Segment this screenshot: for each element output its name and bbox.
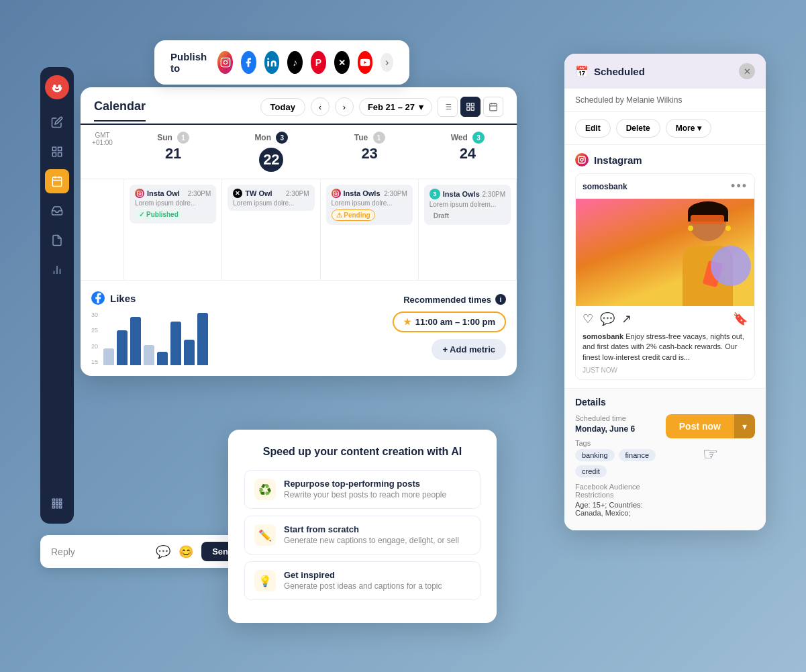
grid-view-btn[interactable] xyxy=(460,97,481,117)
likes-chart: Likes 15 20 25 30 xyxy=(91,291,382,365)
heart-icon[interactable]: ♡ xyxy=(583,311,593,326)
scheduled-by: Scheduled by Melanie Wilkins xyxy=(564,89,766,112)
svg-rect-21 xyxy=(60,506,62,508)
next-button[interactable]: › xyxy=(335,97,354,116)
ai-panel: Speed up your content creation with AI ♻… xyxy=(228,430,497,623)
svg-rect-41 xyxy=(137,191,142,196)
sun-event-1[interactable]: Insta Owl 2:30PM Lorem ipsum dolre... ✓ … xyxy=(130,185,216,224)
draft-status: Draft xyxy=(430,211,453,221)
edit-button[interactable]: Edit xyxy=(575,119,611,138)
svg-point-46 xyxy=(581,158,583,161)
inspire-title: Get inspired xyxy=(284,570,442,580)
repurpose-desc: Rewrite your best posts to reach more pe… xyxy=(284,490,446,499)
tiktok-icon[interactable]: ♪ xyxy=(287,51,303,74)
svg-rect-4 xyxy=(52,153,56,156)
emoji-icon[interactable]: 😊 xyxy=(179,544,193,559)
inspire-desc: Generate post ideas and captions for a t… xyxy=(284,581,442,591)
star-icon: ★ xyxy=(403,317,411,327)
svg-rect-15 xyxy=(60,499,62,501)
ai-option-inspire[interactable]: 💡 Get inspired Generate post ideas and c… xyxy=(244,561,481,600)
svg-rect-35 xyxy=(467,107,470,110)
message-icon[interactable]: 💬 xyxy=(156,544,170,559)
sidebar-item-apps[interactable] xyxy=(45,491,69,516)
list-view-btn[interactable] xyxy=(438,97,458,117)
instagram-label: Instagram xyxy=(594,154,642,166)
youtube-icon[interactable] xyxy=(358,51,373,74)
comment-icon[interactable]: 💬 xyxy=(600,311,615,326)
more-button[interactable]: More ▾ xyxy=(666,119,712,138)
chart-bar xyxy=(144,345,154,365)
gmt-column xyxy=(81,179,124,280)
bookmark-icon[interactable]: 🔖 xyxy=(733,311,748,326)
svg-rect-18 xyxy=(60,503,62,505)
post-header: somosbank ••• xyxy=(576,174,754,199)
gmt-label: GMT +01:00 xyxy=(87,132,117,146)
chart-title: Likes xyxy=(110,293,136,304)
svg-rect-14 xyxy=(56,499,58,501)
details-title: Details xyxy=(575,397,755,407)
sidebar-item-compose[interactable] xyxy=(45,110,69,134)
prev-button[interactable]: ‹ xyxy=(311,97,330,116)
day-header-sun: Sun 1 21 xyxy=(124,125,222,179)
svg-rect-16 xyxy=(52,503,54,505)
linkedin-icon[interactable] xyxy=(264,51,280,74)
twitter-x-icon[interactable]: ✕ xyxy=(334,51,350,74)
ig-actions: ♡ 💬 ↗ 🔖 xyxy=(576,306,754,332)
share-icon[interactable]: ↗ xyxy=(621,311,632,326)
svg-rect-20 xyxy=(56,506,58,508)
tags-row-container: Tags banking finance credit xyxy=(575,439,660,477)
wed-cell: 3 Insta Owls 2:30PM Lorem ipsum dolrem..… xyxy=(419,179,517,280)
sidebar-item-content[interactable] xyxy=(45,228,69,252)
svg-rect-34 xyxy=(471,103,474,106)
sidebar-item-dashboard[interactable] xyxy=(45,140,69,164)
today-button[interactable]: Today xyxy=(260,98,305,116)
date-range-button[interactable]: Feb 21 – 27 ▾ xyxy=(359,98,432,116)
tag-credit: credit xyxy=(575,465,607,477)
facebook-icon[interactable] xyxy=(241,51,256,74)
instagram-post-card: somosbank ••• xyxy=(575,173,755,380)
sidebar-item-analytics[interactable] xyxy=(45,258,69,282)
tag-banking: banking xyxy=(575,449,615,461)
post-now-button[interactable]: Post now xyxy=(666,414,734,438)
recommended-time-button[interactable]: ★ 11:00 am – 1:00 pm xyxy=(393,311,506,332)
audience-label: Facebook Audience Restrictions xyxy=(575,483,660,499)
chart-bars xyxy=(103,311,208,365)
svg-rect-13 xyxy=(52,499,54,501)
sidebar-item-calendar[interactable] xyxy=(45,169,69,193)
info-icon[interactable]: i xyxy=(495,294,506,305)
add-metric-button[interactable]: + Add metric xyxy=(432,339,506,360)
svg-point-23 xyxy=(223,60,227,64)
tue-event-1[interactable]: Insta Owls 2:30PM Lorem ipsum dolre... ⚠… xyxy=(326,185,413,225)
svg-rect-22 xyxy=(221,58,230,66)
publish-bar-label: Publish to xyxy=(170,51,207,74)
instagram-icon[interactable] xyxy=(217,51,233,74)
ai-option-repurpose[interactable]: ♻️ Repurpose top-performing posts Rewrit… xyxy=(244,470,481,509)
ig-timestamp: JUST NOW xyxy=(576,367,754,379)
chevron-down-icon: ▾ xyxy=(419,102,423,112)
close-button[interactable]: ✕ xyxy=(739,63,755,79)
svg-point-47 xyxy=(583,158,585,159)
ai-option-scratch[interactable]: ✏️ Start from scratch Generate new capti… xyxy=(244,516,481,555)
delete-button[interactable]: Delete xyxy=(616,119,660,138)
scheduled-time-value: Monday, June 6 xyxy=(575,424,660,434)
sidebar-item-inbox[interactable] xyxy=(45,199,69,223)
audience-row: Facebook Audience Restrictions Age: 15+;… xyxy=(575,483,660,517)
ai-panel-title: Speed up your content creation with AI xyxy=(244,446,481,458)
mon-event-1[interactable]: ✕ TW Owl 2:30PM Lorem ipsum dolre... xyxy=(228,185,314,211)
details-section: Details Scheduled time Monday, June 6 Ta… xyxy=(564,389,766,530)
calendar-panel: Calendar Today ‹ › Feb 21 – 27 ▾ xyxy=(81,87,517,376)
ig-more-btn[interactable]: ••• xyxy=(731,179,748,193)
ig-username-caption: somosbank xyxy=(583,332,623,340)
day-header-wed: Wed 3 24 xyxy=(419,125,517,179)
calendar-view-btn[interactable] xyxy=(483,97,503,117)
post-now-dropdown-button[interactable]: ▾ xyxy=(734,414,755,438)
chart-bar xyxy=(197,313,208,365)
view-icons xyxy=(438,97,503,117)
pinterest-icon[interactable]: P xyxy=(311,51,326,74)
wed-event-1[interactable]: 3 Insta Owls 2:30PM Lorem ipsum dolrem..… xyxy=(424,185,511,225)
calendar-title: Calendar xyxy=(94,99,146,122)
publish-more-btn[interactable]: › xyxy=(381,53,393,72)
sidebar-logo[interactable] xyxy=(45,75,69,99)
chart-yticks: 15 20 25 30 xyxy=(91,311,98,365)
svg-point-42 xyxy=(139,193,141,195)
